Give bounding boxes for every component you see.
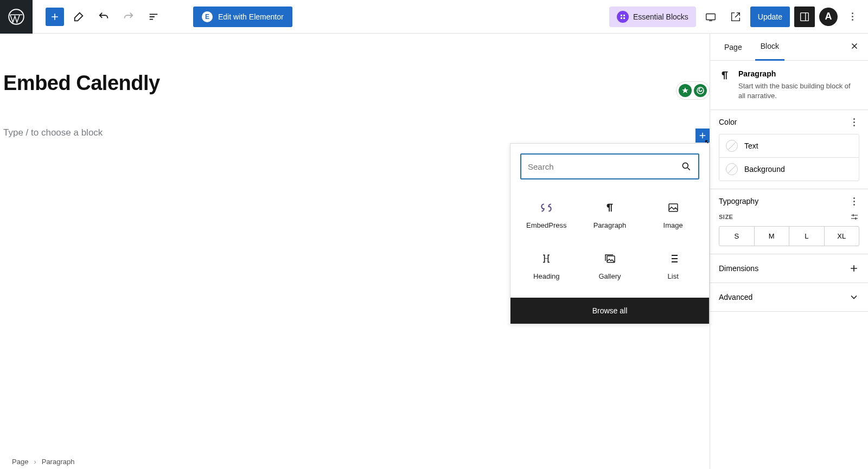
block-image[interactable]: Image [641, 189, 705, 240]
embedpress-icon [539, 201, 553, 215]
typography-options-button[interactable] [848, 197, 859, 205]
browse-all-label: Browse all [592, 306, 628, 315]
close-icon [850, 41, 859, 51]
color-panel: Color Text Background [710, 110, 868, 189]
advanced-panel-toggle[interactable]: Advanced [710, 283, 868, 312]
astra-button[interactable]: A [819, 8, 838, 26]
block-label: Paragraph [593, 221, 627, 229]
block-label: Heading [533, 272, 559, 280]
block-heading[interactable]: Heading [515, 240, 578, 291]
size-s[interactable]: S [719, 227, 754, 246]
sliders-icon[interactable] [850, 212, 859, 222]
advanced-title: Advanced [719, 293, 752, 301]
svg-rect-6 [801, 12, 809, 21]
gallery-icon [603, 252, 617, 266]
block-label: Image [663, 221, 683, 229]
block-placeholder[interactable]: Type / to choose a block [3, 127, 706, 138]
settings-toggle-button[interactable] [794, 7, 815, 27]
block-label: EmbedPress [526, 221, 566, 229]
astra-label: A [825, 11, 832, 22]
color-text-label: Text [744, 142, 758, 150]
size-l[interactable]: L [789, 227, 824, 246]
essential-blocks-button[interactable]: Essential Blocks [609, 7, 696, 27]
svg-rect-4 [623, 17, 625, 19]
breadcrumb-current[interactable]: Paragraph [42, 458, 75, 466]
breadcrumb-root[interactable]: Page [12, 458, 28, 466]
preview-button[interactable] [725, 7, 746, 27]
toggle-block-inserter-button[interactable] [46, 8, 64, 26]
undo-button[interactable] [93, 7, 114, 27]
wordpress-logo[interactable] [0, 0, 33, 34]
svg-rect-1 [621, 15, 622, 16]
chevron-right-icon: › [34, 458, 36, 466]
dimensions-panel-toggle[interactable]: Dimensions [710, 254, 868, 283]
size-label: SIZE [719, 214, 733, 220]
size-xl[interactable]: XL [824, 227, 859, 246]
grammarly-status-icon [694, 84, 707, 97]
tab-page[interactable]: Page [719, 34, 748, 61]
elementor-label: Edit with Elementor [218, 12, 284, 21]
block-list[interactable]: List [641, 240, 705, 291]
block-embedpress[interactable]: EmbedPress [515, 189, 578, 240]
update-label: Update [758, 12, 782, 21]
editor-canvas: Embed Calendly Type / to choose a block … [0, 34, 710, 469]
block-gallery[interactable]: Gallery [578, 240, 642, 291]
svg-rect-9 [669, 204, 678, 211]
more-vertical-icon [847, 12, 858, 21]
block-info: Paragraph Start with the basic building … [710, 61, 868, 110]
color-text-button[interactable]: Text [719, 134, 859, 157]
block-name: Paragraph [738, 69, 859, 78]
color-title: Color [719, 118, 737, 126]
redo-button[interactable] [118, 7, 139, 27]
paragraph-icon [603, 201, 617, 215]
options-button[interactable] [842, 7, 863, 27]
svg-rect-3 [621, 17, 622, 19]
grammarly-widget[interactable] [676, 81, 710, 100]
dimensions-title: Dimensions [719, 264, 758, 273]
block-paragraph[interactable]: Paragraph [578, 189, 642, 240]
color-swatch-empty-icon [726, 163, 738, 175]
top-toolbar: E Edit with Elementor Essential Blocks U… [0, 0, 868, 34]
color-options-button[interactable] [848, 118, 859, 126]
essential-blocks-icon [617, 11, 629, 23]
typography-panel: Typography SIZE S M L XL [710, 189, 868, 254]
search-icon [681, 161, 692, 172]
paragraph-icon [719, 69, 731, 101]
color-background-label: Background [744, 165, 785, 174]
grammarly-icon [679, 84, 692, 97]
search-input[interactable] [528, 162, 681, 171]
page-title[interactable]: Embed Calendly [3, 72, 706, 95]
edit-with-elementor-button[interactable]: E Edit with Elementor [193, 7, 292, 27]
color-background-button[interactable]: Background [719, 157, 859, 181]
block-label: List [668, 272, 679, 280]
size-options: S M L XL [719, 226, 859, 246]
block-label: Gallery [598, 272, 621, 280]
chevron-down-icon [848, 292, 859, 303]
svg-rect-5 [706, 14, 716, 20]
svg-point-8 [682, 163, 688, 168]
image-icon [666, 201, 680, 215]
size-m[interactable]: M [754, 227, 789, 246]
tab-block[interactable]: Block [755, 34, 784, 61]
elementor-icon: E [202, 11, 213, 22]
heading-icon [539, 252, 553, 266]
color-swatch-empty-icon [726, 140, 738, 152]
close-sidebar-button[interactable] [850, 41, 859, 53]
block-inserter-popover: EmbedPress Paragraph Image Heading Galle… [510, 143, 710, 324]
essential-blocks-label: Essential Blocks [633, 12, 688, 21]
block-description: Start with the basic building block of a… [738, 81, 859, 101]
plus-icon [848, 263, 859, 274]
breadcrumb: Page › Paragraph [12, 458, 74, 466]
settings-sidebar: Page Block Paragraph Start with the basi… [710, 34, 868, 469]
inserter-search [520, 153, 699, 179]
typography-title: Typography [719, 197, 758, 205]
list-icon [666, 252, 680, 266]
tools-button[interactable] [68, 7, 89, 27]
document-overview-button[interactable] [143, 7, 164, 27]
svg-rect-2 [623, 15, 625, 16]
browse-all-button[interactable]: Browse all [510, 298, 709, 324]
view-button[interactable] [700, 7, 721, 27]
update-button[interactable]: Update [750, 7, 790, 27]
